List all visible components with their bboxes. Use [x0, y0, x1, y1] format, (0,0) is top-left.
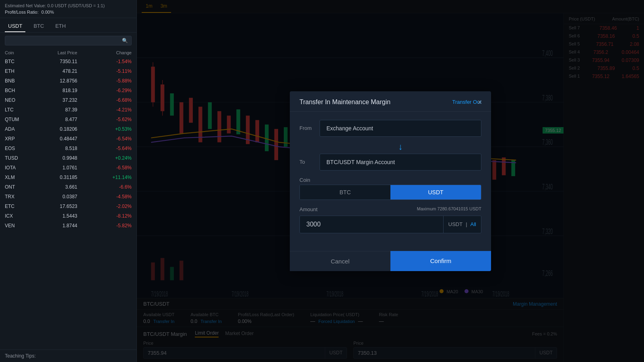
coin-name: QTUM	[5, 117, 37, 122]
to-label: To	[299, 159, 320, 165]
coin-price: 7350.11	[37, 59, 77, 64]
coin-change: -6.6%	[77, 184, 132, 190]
modal-arrow: ↓	[320, 142, 481, 152]
coin-name: ICX	[5, 213, 37, 219]
coin-change: -5.62%	[77, 117, 132, 122]
coin-row[interactable]: ETH 478.21 -5.11%	[0, 66, 136, 76]
modal-overlay: Transfer In Maintenance Margin Transfer …	[137, 0, 644, 362]
coin-change: -6.54%	[77, 136, 132, 142]
coin-name: VEN	[5, 223, 37, 228]
amount-input[interactable]	[300, 216, 443, 233]
search-input[interactable]	[8, 38, 122, 43]
coin-change: -2.02%	[77, 204, 132, 209]
coin-name: ADA	[5, 126, 37, 132]
from-field: Exchange Account	[320, 120, 481, 137]
coin-name: XRP	[5, 136, 37, 142]
coin-row[interactable]: BNB 12.8756 -5.88%	[0, 76, 136, 86]
coin-table-header: Coin Last Price Change	[0, 49, 136, 57]
sidebar: Estimated Net Value: 0.0 USDT (USDT/USD …	[0, 0, 137, 362]
to-field: BTC/USDT Margin Account	[320, 154, 481, 171]
coin-row[interactable]: XRP 0.48447 -6.54%	[0, 134, 136, 144]
coin-row[interactable]: NEO 37.232 -6.68%	[0, 95, 136, 105]
coin-row[interactable]: TUSD 0.9948 +0.24%	[0, 153, 136, 163]
coin-row[interactable]: VEN 1.8744 -5.82%	[0, 221, 136, 230]
coin-change: -6.29%	[77, 88, 132, 93]
coin-tab-row: USDT BTC ETH	[0, 18, 136, 33]
profit-ratio-value: 0.00%	[41, 10, 54, 14]
coin-price: 17.6523	[37, 204, 77, 209]
coin-price: 8.477	[37, 117, 77, 122]
coin-btn-btc[interactable]: BTC	[300, 185, 390, 200]
coin-row[interactable]: TRX 0.0387 -4.58%	[0, 192, 136, 202]
coin-price: 3.661	[37, 184, 77, 190]
coin-change: -5.11%	[77, 68, 132, 74]
coin-change: +0.53%	[77, 126, 132, 132]
coin-price: 0.18206	[37, 126, 77, 132]
search-box: 🔍	[5, 36, 132, 45]
coin-change: -5.82%	[77, 223, 132, 228]
coin-name: EOS	[5, 146, 37, 151]
coin-price: 0.9948	[37, 155, 77, 161]
coin-row[interactable]: QTUM 8.477 -5.62%	[0, 115, 136, 124]
coin-name: BCH	[5, 88, 37, 93]
coin-name: LTC	[5, 107, 37, 113]
coin-name: ONT	[5, 184, 37, 190]
coin-row[interactable]: BCH 818.19 -6.29%	[0, 86, 136, 95]
coin-name: TUSD	[5, 155, 37, 161]
coin-row[interactable]: ICX 1.5443 -8.12%	[0, 211, 136, 221]
modal-header: Transfer In Maintenance Margin Transfer …	[290, 91, 491, 112]
amount-unit: USDT	[448, 221, 462, 227]
coin-name: NEO	[5, 97, 37, 103]
cancel-button[interactable]: Cancel	[290, 251, 390, 271]
header-price: Last Price	[37, 50, 77, 55]
from-row: From Exchange Account	[299, 120, 481, 137]
coin-selector: BTC USDT	[299, 185, 481, 200]
teaching-tips: Teaching Tips:	[0, 350, 136, 362]
coin-price: 0.31185	[37, 175, 77, 180]
coin-row[interactable]: ETC 17.6523 -2.02%	[0, 202, 136, 211]
coin-row[interactable]: IOTA 1.0761 -6.58%	[0, 163, 136, 173]
coin-btn-usdt[interactable]: USDT	[390, 185, 481, 200]
main-content: 1m 3m 7,400 7,380	[137, 0, 644, 362]
coin-change: -5.88%	[77, 78, 132, 84]
transfer-modal: Transfer In Maintenance Margin Transfer …	[290, 91, 491, 271]
to-row: To BTC/USDT Margin Account	[299, 154, 481, 171]
header-change: Change	[77, 50, 132, 55]
coin-list: BTC 7350.11 -1.54% ETH 478.21 -5.11% BNB…	[0, 57, 136, 350]
coin-row[interactable]: ADA 0.18206 +0.53%	[0, 124, 136, 134]
coin-change: +11.14%	[77, 175, 132, 180]
coin-row[interactable]: BTC 7350.11 -1.54%	[0, 57, 136, 66]
net-value: Estimated Net Value: 0.0 USDT (USDT/USD …	[5, 3, 132, 8]
amount-header: Amount Maximum 7280.67041015 USDT	[299, 206, 481, 212]
tab-usdt[interactable]: USDT	[5, 21, 25, 32]
modal-body: From Exchange Account ↓ To BTC/USDT Marg…	[290, 112, 491, 251]
amount-all-button[interactable]: All	[471, 221, 476, 227]
coin-price: 1.8744	[37, 223, 77, 228]
modal-title: Transfer In Maintenance Margin	[299, 99, 390, 106]
coin-price: 1.0761	[37, 165, 77, 171]
coin-change: -8.12%	[77, 213, 132, 219]
coin-row[interactable]: EOS 8.518 -5.64%	[0, 144, 136, 153]
amount-label: Amount	[299, 206, 318, 212]
coin-change: -5.64%	[77, 146, 132, 151]
modal-close-button[interactable]: ×	[475, 98, 485, 107]
coin-change: -1.54%	[77, 59, 132, 64]
separator: |	[466, 221, 467, 227]
coin-change: -4.58%	[77, 194, 132, 200]
coin-row[interactable]: LTC 87.39 -4.21%	[0, 105, 136, 115]
tab-eth[interactable]: ETH	[52, 21, 69, 32]
coin-change: -4.21%	[77, 107, 132, 113]
confirm-button[interactable]: Confirm	[390, 251, 491, 271]
coin-name: XLM	[5, 175, 37, 180]
coin-price: 0.48447	[37, 136, 77, 142]
coin-change: -6.68%	[77, 97, 132, 103]
modal-footer: Cancel Confirm	[290, 251, 491, 271]
coin-price: 12.8756	[37, 78, 77, 84]
from-label: From	[299, 125, 320, 131]
coin-row[interactable]: XLM 0.31185 +11.14%	[0, 173, 136, 182]
coin-name: BNB	[5, 78, 37, 84]
tab-btc[interactable]: BTC	[30, 21, 47, 32]
coin-price: 478.21	[37, 68, 77, 74]
coin-row[interactable]: ONT 3.661 -6.6%	[0, 182, 136, 192]
sidebar-header: Estimated Net Value: 0.0 USDT (USDT/USD …	[0, 0, 136, 18]
